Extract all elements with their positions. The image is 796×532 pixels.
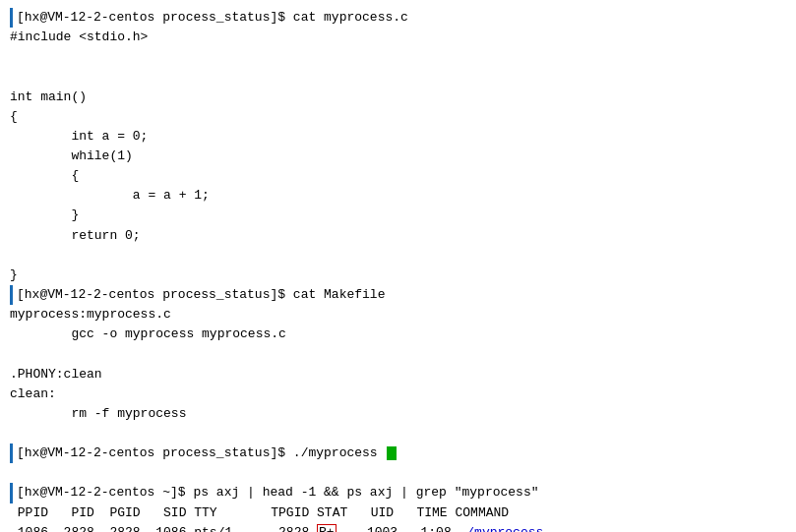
stat-highlight: R+ [317, 524, 337, 532]
line-assign: a = a + 1; [10, 186, 786, 206]
terminal-window: [hx@VM-12-2-centos process_status]$ cat … [0, 0, 796, 532]
line-brace-close: } [10, 266, 786, 285]
line-phony: .PHONY:clean [10, 365, 786, 384]
line-blank-4 [10, 344, 786, 364]
line-1: [hx@VM-12-2-centos process_status]$ cat … [10, 8, 786, 28]
line-blank-2 [10, 67, 786, 87]
line-ps-header: PPID PID PGID SID TTY TPGID STAT UID TIM… [10, 503, 786, 523]
prompt-2: [hx@VM-12-2-centos process_status]$ cat … [17, 287, 385, 302]
prompt-4: [hx@VM-12-2-centos ~]$ ps axj | head -1 … [17, 485, 539, 500]
line-makefile-target: myprocess:myprocess.c [10, 305, 786, 325]
line-while: while(1) [10, 147, 786, 166]
cursor-block [387, 446, 397, 460]
line-ps-cmd: [hx@VM-12-2-centos ~]$ ps axj | head -1 … [10, 483, 786, 502]
line-rm: rm -f myprocess [10, 404, 786, 424]
line-main: int main() [10, 88, 786, 107]
line-clean: clean: [10, 384, 786, 404]
line-brace-open: { [10, 107, 786, 127]
line-blank-5 [10, 424, 786, 443]
line-ps-myprocess: 1086 2828 2828 1086 pts/1 2828 R+ 1003 1… [10, 523, 786, 532]
line-blank-3 [10, 246, 786, 266]
line-int-a: int a = 0; [10, 127, 786, 147]
line-run-myprocess: [hx@VM-12-2-centos process_status]$ ./my… [10, 443, 786, 463]
line-inner-brace-close: } [10, 206, 786, 225]
prompt-1: [hx@VM-12-2-centos process_status]$ cat … [17, 10, 408, 25]
prompt-3: [hx@VM-12-2-centos process_status]$ ./my… [17, 445, 385, 460]
myprocess-text-1: ./myprocess [459, 525, 544, 532]
line-cat-makefile: [hx@VM-12-2-centos process_status]$ cat … [10, 285, 786, 305]
line-return: return 0; [10, 226, 786, 246]
line-2: #include <stdio.h> [10, 28, 786, 47]
line-makefile-gcc: gcc -o myprocess myprocess.c [10, 325, 786, 344]
line-blank-6 [10, 463, 786, 483]
line-inner-brace-open: { [10, 166, 786, 186]
line-blank-1 [10, 47, 786, 67]
